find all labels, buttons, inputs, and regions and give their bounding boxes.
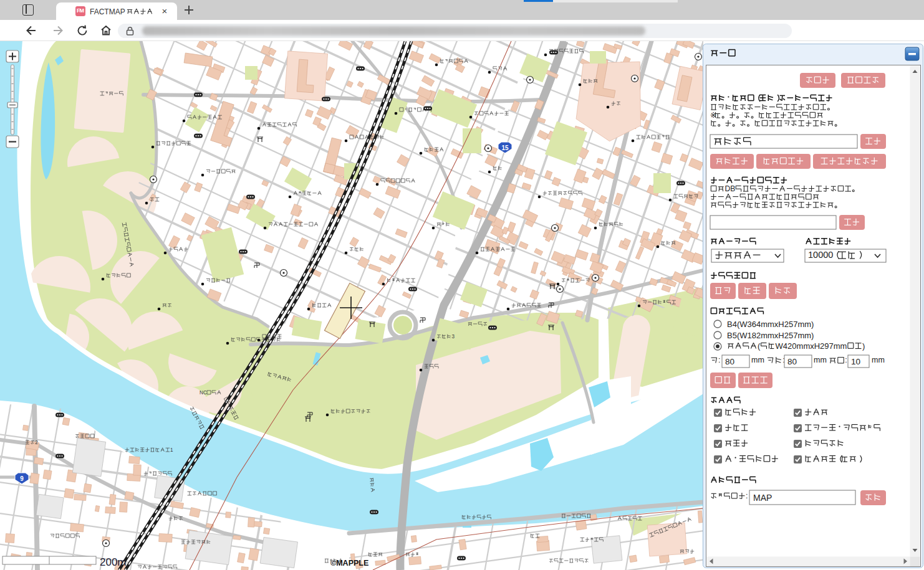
svg-text:3: 3 — [451, 334, 455, 340]
svg-text::: : — [746, 492, 748, 500]
svg-text:mm: mm — [872, 356, 885, 364]
svg-text:80: 80 — [787, 357, 797, 366]
svg-text:15: 15 — [501, 145, 509, 151]
svg-text:10000: 10000 — [808, 250, 833, 260]
svg-text:10: 10 — [851, 357, 860, 366]
svg-text:W420mmxH297mm: W420mmxH297mm — [776, 341, 847, 351]
svg-text:(: ( — [758, 341, 761, 351]
svg-text:B4(W364mmxH257mm): B4(W364mmxH257mm) — [727, 320, 814, 329]
svg-text:2: 2 — [35, 440, 38, 445]
svg-text:mm: mm — [751, 356, 764, 364]
svg-text:): ) — [862, 341, 865, 351]
svg-text:B5(W182mmxH257mm): B5(W182mmxH257mm) — [727, 331, 814, 340]
svg-text:200m: 200m — [100, 556, 127, 568]
svg-text:DB: DB — [724, 184, 735, 193]
svg-text:©MAPPLE: ©MAPPLE — [330, 559, 368, 568]
svg-text:FACTMAP: FACTMAP — [90, 7, 125, 16]
svg-text:MAP: MAP — [753, 493, 772, 503]
svg-text:NC: NC — [200, 390, 207, 396]
svg-text::: : — [845, 356, 847, 364]
svg-text:1: 1 — [170, 447, 173, 453]
svg-text:9: 9 — [20, 475, 24, 482]
svg-text::: : — [718, 356, 720, 364]
svg-text:80: 80 — [725, 357, 734, 366]
svg-text:mm: mm — [814, 356, 827, 364]
